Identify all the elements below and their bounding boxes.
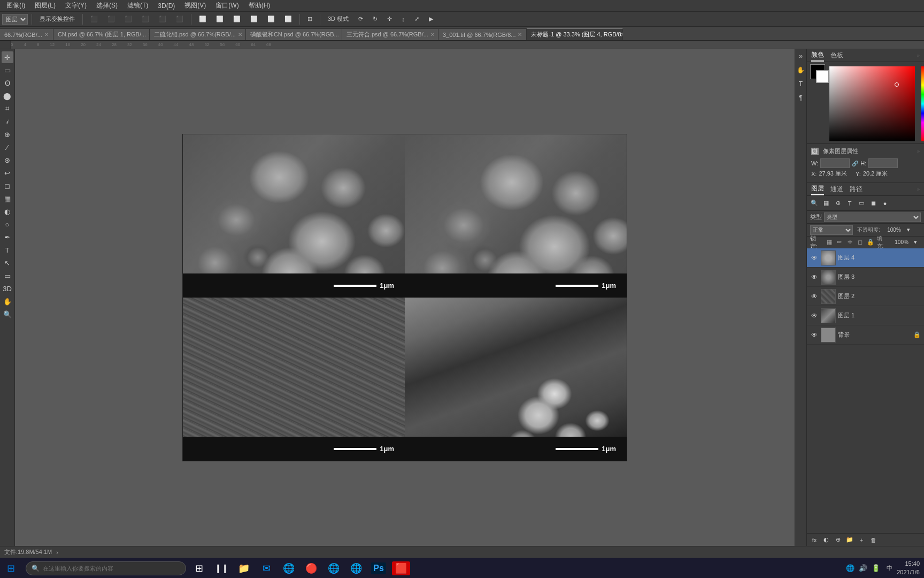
props-panel-expand[interactable]: » [917, 149, 920, 154]
tab-3[interactable]: 磷酸银和CN.psd @ 66.7%(RGB... ✕ [246, 28, 342, 40]
3d-scale-icon[interactable]: ⤢ [411, 14, 423, 24]
layers-filter-toggle[interactable]: ● [880, 198, 890, 209]
layers-opacity-arrow[interactable]: ▾ [903, 225, 914, 235]
selection-tool[interactable]: ▭ [2, 64, 13, 76]
quick-select-tool[interactable]: ⬤ [2, 90, 13, 102]
foreground-color-swatch[interactable] [810, 64, 825, 79]
layer-item-background[interactable]: 👁 背景 🔒 [807, 325, 924, 345]
layers-text-filter-icon[interactable]: T [844, 198, 855, 209]
shape-mode-select[interactable]: 图层 [2, 14, 28, 25]
background-color-swatch[interactable] [816, 70, 829, 83]
taskbar-app-photoshop[interactable]: Ps [368, 559, 389, 578]
layer-item-2[interactable]: 👁 图层 2 [807, 287, 924, 306]
align-center-v-icon[interactable]: ⬛ [155, 14, 170, 24]
tab-4[interactable]: 三元符合.psd @ 66.7%(RGB/... ✕ [342, 28, 438, 40]
layer-mask-icon[interactable]: ◐ [821, 535, 831, 545]
props-link-icon[interactable]: 🔗 [852, 161, 858, 166]
3d-tool[interactable]: 3D [2, 283, 13, 294]
color-picker-hue[interactable] [921, 66, 924, 141]
3d-rotate-icon[interactable]: ⟳ [355, 14, 367, 24]
tab-channels[interactable]: 通道 [830, 184, 843, 195]
tab-close-5[interactable]: ✕ [518, 32, 522, 37]
pen-tool[interactable]: ✒ [2, 231, 13, 243]
tab-2[interactable]: 二硫化钼.psd @ 66.7%(RGB/... ✕ [150, 28, 246, 40]
ime-icon[interactable]: 中 [887, 564, 892, 572]
status-arrow-icon[interactable]: › [56, 549, 58, 556]
tab-6[interactable]: 未标题-1 @ 33.3% (图层 4, RGB/8#) * ✕ [527, 28, 623, 40]
image-panel-top-left[interactable]: 1μm [183, 134, 405, 298]
hand-tool[interactable]: ✋ [2, 295, 13, 307]
taskbar-app-other[interactable]: 🟥 [390, 559, 412, 578]
text-tool[interactable]: T [2, 244, 13, 256]
taskbar-search-input[interactable] [43, 565, 180, 572]
image-panel-bottom-right[interactable]: 1μm [405, 298, 627, 461]
distribute-top-icon[interactable]: ⬜ [247, 14, 261, 24]
taskbar-app-fileexplorer[interactable]: 📁 [233, 559, 255, 578]
align-left-icon[interactable]: ⬛ [87, 14, 102, 24]
clone-tool[interactable]: ⊛ [2, 154, 13, 166]
paragraph-icon[interactable]: ¶ [796, 93, 806, 103]
tab-close-0[interactable]: ✕ [44, 32, 49, 37]
taskbar-search-bar[interactable]: 🔍 [26, 561, 186, 575]
props-w-input[interactable] [820, 158, 850, 168]
layer-adjustment-icon[interactable]: ⊕ [833, 535, 843, 545]
move-tool[interactable]: ✛ [2, 51, 13, 63]
healing-tool[interactable]: ⊕ [2, 128, 13, 140]
text-icon[interactable]: T [796, 79, 806, 89]
color-picker-gradient[interactable] [829, 66, 915, 141]
eyedropper-tool[interactable]: 𝒾 [2, 116, 13, 127]
layer-3-visibility-icon[interactable]: 👁 [810, 273, 819, 282]
layer-item-1[interactable]: 👁 图层 1 [807, 306, 924, 325]
layers-blend-mode-select[interactable]: 正常 [810, 225, 853, 235]
taskbar-clock[interactable]: 15:40 2021/1/6 [897, 560, 920, 576]
layer-4-visibility-icon[interactable]: 👁 [810, 254, 819, 262]
layers-pixel-filter-icon[interactable]: ▦ [821, 198, 831, 209]
layer-group-icon[interactable]: 📁 [844, 535, 855, 545]
image-panel-bottom-left[interactable]: 1μm [183, 298, 405, 461]
lock-artboard-icon[interactable]: ◻ [856, 238, 864, 247]
menu-item-help[interactable]: 帮助(H) [244, 0, 275, 11]
layer-item-4[interactable]: 👁 图层 4 [807, 248, 924, 268]
image-panel-top-right[interactable]: 1μm [405, 134, 627, 298]
network-icon[interactable]: 🌐 [846, 564, 854, 572]
auto-align-icon[interactable]: ⊞ [304, 14, 316, 24]
zoom-tool[interactable]: 🔍 [2, 308, 13, 320]
menu-item-text[interactable]: 文字(Y) [61, 0, 91, 11]
brush-tool[interactable]: ∕ [2, 141, 13, 153]
layer-bg-visibility-icon[interactable]: 👁 [810, 331, 819, 339]
taskbar-app-163[interactable]: 🔴 [301, 559, 322, 578]
lock-all-icon[interactable]: 🔒 [866, 238, 874, 247]
tab-swatch[interactable]: 色板 [830, 50, 843, 61]
lock-pixels-icon[interactable]: ✏ [835, 238, 843, 247]
menu-item-3d[interactable]: 3D(D) [153, 1, 179, 11]
path-select-tool[interactable]: ↖ [2, 257, 13, 269]
3d-slide-icon[interactable]: ↕ [398, 14, 409, 24]
tab-1[interactable]: CN.psd @ 66.7% (图层 1, RGB/... ✕ [53, 28, 150, 40]
taskbar-app-chrome[interactable]: 🌐 [323, 559, 344, 578]
windows-start-button[interactable]: ⊞ [0, 558, 21, 579]
menu-item-filter[interactable]: 滤镜(T) [123, 0, 152, 11]
align-bottom-icon[interactable]: ⬛ [172, 14, 187, 24]
menu-item-select[interactable]: 选择(S) [92, 0, 122, 11]
tab-paths[interactable]: 路径 [850, 184, 863, 195]
color-panel-expand[interactable]: » [917, 53, 920, 58]
lasso-tool[interactable]: ʘ [2, 77, 13, 89]
align-center-h-icon[interactable]: ⬛ [104, 14, 119, 24]
3d-roll-icon[interactable]: ↻ [369, 14, 381, 24]
layer-fx-icon[interactable]: fx [809, 535, 820, 545]
layers-search-icon[interactable]: 🔍 [809, 198, 820, 209]
taskbar-app-edge[interactable]: 🌐 [278, 559, 299, 578]
tab-layers[interactable]: 图层 [811, 183, 824, 195]
distribute-center-h-icon[interactable]: ⬜ [212, 14, 227, 24]
layer-2-visibility-icon[interactable]: 👁 [810, 292, 819, 301]
layers-filter-select[interactable]: 类型 [824, 212, 921, 222]
shape-tool[interactable]: ▭ [2, 270, 13, 282]
3d-pan-icon[interactable]: ✛ [383, 14, 396, 24]
layers-adjust-filter-icon[interactable]: ⊕ [833, 198, 843, 209]
blur-tool[interactable]: ◐ [2, 206, 13, 217]
hand-icon[interactable]: ✋ [796, 65, 806, 75]
dodge-tool[interactable]: ○ [2, 218, 13, 230]
gradient-tool[interactable]: ▦ [2, 193, 13, 204]
layers-smartobj-filter-icon[interactable]: ◼ [868, 198, 879, 209]
lock-transparent-icon[interactable]: ▦ [825, 238, 833, 247]
